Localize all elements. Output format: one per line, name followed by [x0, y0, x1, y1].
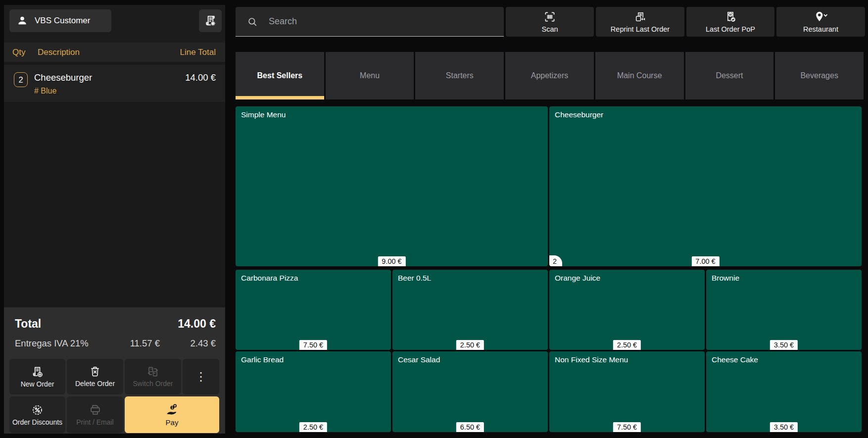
price-chip: 6.50 €: [456, 422, 484, 432]
product-tile-cheese-cake[interactable]: Cheese Cake 3.50 €: [706, 351, 862, 432]
order-line-body: Cheeseburger 14.00 € # Blue: [34, 72, 216, 96]
price-chip: 7.00 €: [691, 256, 719, 266]
tax-label: Entregas IVA 21%: [15, 338, 89, 349]
search-icon: [247, 16, 258, 27]
restaurant-location-button[interactable]: Restaurant: [776, 7, 865, 37]
svg-text:$: $: [729, 13, 731, 16]
order-line-total: 14.00 €: [185, 72, 216, 83]
delete-order-button[interactable]: Delete Order: [67, 359, 123, 394]
price-chip: 2.50 €: [456, 340, 484, 350]
reprint-receipt-icon: [633, 10, 647, 23]
trash-x-icon: [89, 365, 101, 378]
search-field[interactable]: [236, 7, 504, 37]
product-name: Brownie: [712, 274, 739, 282]
order-columns-header: Qty Description Line Total: [4, 43, 225, 62]
product-row: Simple Menu 9.00 € Cheeseburger 2 7.00 €: [236, 106, 862, 266]
switch-order-icon: [146, 365, 160, 378]
product-name: Garlic Bread: [241, 355, 284, 364]
order-line-modifier: # Blue: [34, 87, 216, 96]
top-bar: Scan Reprint Last Order $ Last Order PoP: [236, 7, 865, 37]
order-sidebar: VBS Customer Qty Description Line Total: [4, 5, 225, 434]
product-tile-cesar-salad[interactable]: Cesar Salad 6.50 €: [392, 351, 548, 432]
product-tile-cheeseburger[interactable]: Cheeseburger 2 7.00 €: [549, 106, 862, 266]
order-line-cheeseburger[interactable]: 2 Cheeseburger 14.00 € # Blue: [4, 65, 225, 102]
description-column-header: Description: [38, 48, 80, 57]
switch-order-button[interactable]: Switch Order: [125, 359, 181, 394]
receipt-gear-icon: [203, 14, 217, 28]
product-name: Cesar Salad: [398, 355, 440, 364]
price-chip: 7.50 €: [299, 340, 327, 350]
tab-menu[interactable]: Menu: [326, 52, 414, 99]
tax-amount-value: 2.43 €: [160, 338, 216, 349]
product-tile-garlic-bread[interactable]: Garlic Bread 2.50 €: [236, 351, 391, 432]
product-tile-simple-menu[interactable]: Simple Menu 9.00 €: [236, 106, 548, 266]
printer-icon: [89, 403, 102, 417]
customer-name: VBS Customer: [35, 16, 90, 26]
product-grid: Simple Menu 9.00 € Cheeseburger 2 7.00 €…: [236, 106, 862, 432]
price-chip: 3.50 €: [770, 340, 798, 350]
line-total-column-header: Line Total: [180, 48, 216, 57]
hand-coins-icon: 1: [165, 403, 180, 417]
product-tile-non-fixed-size-menu[interactable]: Non Fixed Size Menu 7.50 €: [549, 351, 705, 432]
tab-beverages[interactable]: Beverages: [775, 52, 864, 99]
quantity-badge: 2: [14, 72, 28, 87]
totals-panel: Total 14.00 € Entregas IVA 21% 11.57 € 2…: [4, 307, 225, 434]
barcode-scan-icon: [543, 10, 557, 23]
price-chip: 9.00 €: [378, 256, 405, 266]
svg-text:1: 1: [171, 406, 173, 409]
product-row: Garlic Bread 2.50 € Cesar Salad 6.50 € N…: [236, 351, 862, 432]
qty-column-header: Qty: [12, 48, 38, 57]
order-lines-list: 2 Cheeseburger 14.00 € # Blue: [4, 62, 225, 307]
tab-main-course[interactable]: Main Course: [595, 52, 684, 99]
reprint-last-order-button[interactable]: Reprint Last Order: [596, 7, 684, 37]
product-name: Beer 0.5L: [398, 274, 431, 282]
order-line-name: Cheeseburger: [34, 72, 92, 83]
product-tile-carbonara-pizza[interactable]: Carbonara Pizza 7.50 €: [236, 270, 391, 350]
pay-button[interactable]: 1 Pay: [125, 396, 219, 433]
price-chip: 3.50 €: [770, 422, 798, 432]
tab-appetizers[interactable]: Appetizers: [505, 52, 594, 99]
product-row: Carbonara Pizza 7.50 € Beer 0.5L 2.50 € …: [236, 270, 862, 350]
price-chip: 7.50 €: [613, 422, 641, 432]
product-name: Simple Menu: [241, 110, 286, 119]
product-name: Carbonara Pizza: [241, 274, 298, 282]
product-tile-beer[interactable]: Beer 0.5L 2.50 €: [392, 270, 548, 350]
more-actions-button[interactable]: ⋮: [183, 359, 219, 394]
last-order-pop-button[interactable]: $ Last Order PoP: [686, 7, 774, 37]
receipt-dollar-check-icon: $: [724, 10, 737, 23]
sidebar-top-bar: VBS Customer: [4, 5, 225, 37]
total-value: 14.00 €: [178, 317, 216, 331]
print-email-button[interactable]: Print / Email: [67, 396, 123, 433]
customer-button[interactable]: VBS Customer: [9, 9, 111, 32]
new-order-button[interactable]: New Order: [9, 359, 65, 394]
order-settings-button[interactable]: [199, 9, 222, 32]
product-tile-orange-juice[interactable]: Orange Juice 2.50 €: [549, 270, 705, 350]
order-discounts-button[interactable]: Order Discounts: [9, 396, 65, 433]
product-name: Orange Juice: [555, 274, 600, 282]
product-name: Cheeseburger: [555, 110, 603, 119]
price-chip: 2.50 €: [613, 340, 641, 350]
search-input[interactable]: [268, 16, 504, 27]
tab-starters[interactable]: Starters: [415, 52, 504, 99]
active-tab-underline: [236, 96, 324, 99]
tab-best-sellers[interactable]: Best Sellers: [236, 52, 324, 99]
total-label: Total: [15, 317, 41, 331]
location-pin-chevron-icon: [814, 10, 828, 23]
product-name: Cheese Cake: [712, 355, 758, 364]
cart-quantity-badge: 2: [549, 255, 562, 266]
price-chip: 2.50 €: [299, 422, 327, 432]
new-order-icon: [31, 365, 44, 379]
category-tabs: Best Sellers Menu Starters Appetizers Ma…: [236, 52, 864, 99]
tax-net-value: 11.57 €: [89, 338, 160, 349]
scan-button[interactable]: Scan: [506, 7, 594, 37]
kebab-menu-icon: ⋮: [195, 371, 207, 383]
order-actions-grid: New Order Delete Order: [9, 359, 219, 433]
product-name: Non Fixed Size Menu: [555, 355, 628, 364]
discount-badge-icon: [31, 403, 44, 417]
tab-dessert[interactable]: Dessert: [685, 52, 774, 99]
person-icon: [17, 15, 28, 26]
product-tile-brownie[interactable]: Brownie 3.50 €: [706, 270, 862, 350]
